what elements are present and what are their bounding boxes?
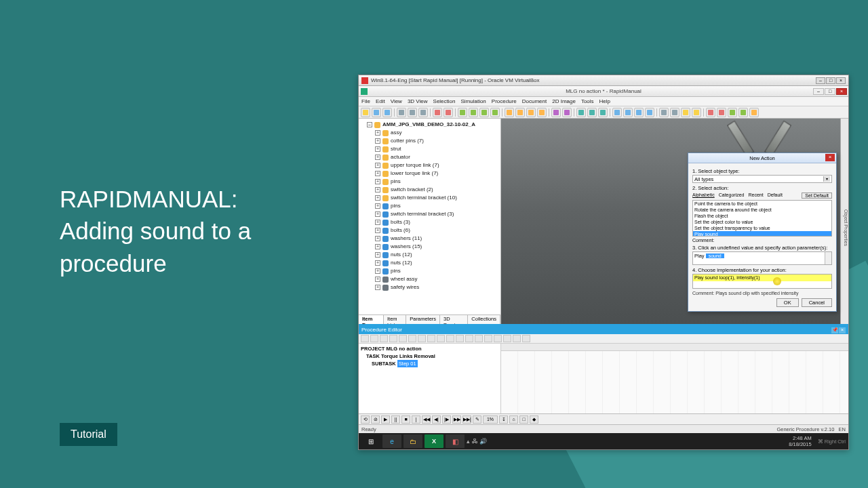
toolbar-record-icon[interactable] — [717, 108, 726, 117]
tree-item[interactable]: +assy — [360, 129, 499, 137]
playback-home-icon[interactable]: ⌂ — [509, 415, 518, 424]
tree-item[interactable]: +cotter pins (7) — [360, 137, 499, 145]
start-button[interactable]: ⊞ — [361, 434, 380, 448]
proc-step-selected[interactable]: Step 01 — [397, 360, 418, 367]
toolbar-view-front-icon[interactable] — [612, 108, 622, 117]
rapidmanual-titlebar[interactable]: MLG no action * - RapidManual – □ × — [359, 86, 848, 97]
vm-minimize-button[interactable]: – — [816, 77, 825, 84]
action-listbox[interactable]: Point the camera to the objectRotate the… — [692, 200, 832, 237]
playback-next-icon[interactable]: |▶ — [442, 415, 451, 424]
proc-tool-icon[interactable] — [370, 335, 378, 342]
toolbar-select-icon[interactable] — [458, 108, 467, 117]
playback-stop-all-icon[interactable]: ⊘ — [371, 415, 380, 424]
tree-item[interactable]: +bolts (6) — [360, 226, 499, 235]
tree-item[interactable]: +switch terminal bracket (3) — [360, 210, 499, 218]
toolbar-save-icon[interactable] — [382, 108, 392, 117]
proc-tool-icon[interactable] — [380, 335, 388, 342]
proc-tool-icon[interactable] — [437, 335, 445, 342]
tab-categorized[interactable]: Categorized — [719, 192, 745, 199]
dialog-titlebar[interactable]: New Action × — [688, 153, 836, 163]
toolbar-new-icon[interactable] — [361, 108, 370, 117]
tree-item[interactable]: +nuts (12) — [360, 251, 499, 259]
menu-view[interactable]: View — [391, 98, 402, 104]
action-option[interactable]: Set the object transparency to value — [693, 225, 831, 231]
tree-item[interactable]: +pins — [360, 202, 499, 210]
status-language[interactable]: EN — [839, 426, 846, 432]
tree-item[interactable]: +wheel assy — [360, 275, 499, 283]
tree-item[interactable]: +upper torque link (7) — [360, 161, 499, 169]
expand-icon[interactable]: + — [375, 155, 380, 160]
playback-window-icon[interactable]: □ — [519, 415, 528, 424]
set-default-button[interactable]: Set Default — [802, 192, 832, 199]
expand-icon[interactable]: + — [375, 146, 380, 152]
proc-tool-icon[interactable] — [427, 335, 435, 342]
tree-item[interactable]: +safety wires — [360, 283, 499, 291]
toolbar-move-icon[interactable] — [469, 108, 478, 117]
proc-tool-icon[interactable] — [522, 335, 530, 342]
taskbar-ie-icon[interactable]: e — [382, 434, 401, 448]
playback-prev-icon[interactable]: ◀| — [432, 415, 441, 424]
toolbar-paste-icon[interactable] — [418, 108, 428, 117]
item-tree[interactable]: –AMM_JPG_VMB_DEMO_32-10-02_A +assy+cotte… — [359, 119, 500, 314]
expand-icon[interactable]: – — [367, 122, 372, 127]
object-type-dropdown[interactable]: All types▾ — [692, 175, 832, 183]
menu-tools[interactable]: Tools — [581, 98, 594, 104]
expand-icon[interactable]: + — [375, 187, 380, 192]
proc-tool-icon[interactable] — [513, 335, 521, 342]
expand-icon[interactable]: + — [375, 171, 380, 176]
rm-maximize-button[interactable]: □ — [825, 88, 835, 95]
playback-edit-icon[interactable]: ✎ — [473, 415, 481, 424]
proc-subtask[interactable]: SUBTASK — [372, 361, 396, 367]
toolbar-measure-icon[interactable] — [576, 108, 586, 117]
rm-close-button[interactable]: × — [836, 88, 847, 95]
action-option[interactable]: Point the camera to the object — [693, 201, 831, 207]
toolbar-undo-icon[interactable] — [433, 108, 442, 117]
proc-project[interactable]: PROJECT MLG no action — [361, 345, 498, 352]
tree-root-label[interactable]: AMM_JPG_VMB_DEMO_32-10-02_A — [382, 121, 475, 129]
tree-item[interactable]: +washers (11) — [360, 235, 499, 243]
toolbar-explode-icon[interactable] — [598, 108, 608, 117]
toolbar-play-icon[interactable] — [706, 108, 715, 117]
playback-forward-icon[interactable]: ▶▶ — [452, 415, 461, 424]
proc-tool-icon[interactable] — [399, 335, 407, 342]
expand-icon[interactable]: + — [375, 130, 380, 136]
menu-file[interactable]: File — [361, 98, 370, 104]
proc-tool-icon[interactable] — [361, 335, 369, 342]
panel-close-icon[interactable]: × — [839, 327, 846, 333]
tree-item[interactable]: +actuator — [360, 153, 499, 161]
toolbar-redo-icon[interactable] — [443, 108, 453, 117]
tree-item[interactable]: +washers (15) — [360, 243, 499, 251]
tab-collections[interactable]: Collections — [468, 315, 500, 324]
vm-close-button[interactable]: × — [836, 77, 846, 84]
parameter-box[interactable]: Play sound — [692, 251, 832, 265]
playback-speed-indicator[interactable]: 1% — [483, 415, 498, 424]
tab-item-tree[interactable]: Item Tree — [359, 315, 384, 324]
toolbar-copy-icon[interactable] — [408, 108, 417, 117]
toolbar-light-icon[interactable] — [551, 108, 561, 117]
proc-tool-icon[interactable] — [475, 335, 483, 342]
toolbar-export-icon[interactable] — [738, 108, 748, 117]
expand-icon[interactable]: + — [375, 244, 380, 249]
tree-item[interactable]: +switch bracket (2) — [360, 186, 499, 194]
expand-icon[interactable]: + — [375, 285, 380, 290]
expand-icon[interactable]: + — [375, 268, 380, 274]
expand-icon[interactable]: + — [375, 236, 380, 241]
expand-icon[interactable]: + — [375, 220, 380, 225]
expand-icon[interactable]: + — [375, 203, 380, 209]
ok-button[interactable]: OK — [776, 298, 799, 307]
procedure-tree[interactable]: PROJECT MLG no action TASK Torque Links … — [359, 344, 501, 413]
tree-item[interactable]: +switch terminal bracket (10) — [360, 194, 499, 202]
playback-pause-icon[interactable]: || — [391, 415, 400, 424]
param-scrollbar[interactable] — [825, 252, 831, 264]
playback-repeat-icon[interactable]: ⟲ — [361, 415, 370, 424]
3d-viewport[interactable]: Object Properties New Action × 1. Select… — [501, 119, 848, 324]
expand-icon[interactable]: + — [375, 211, 380, 217]
toolbar-open-icon[interactable] — [372, 108, 381, 117]
toolbar-section-icon[interactable] — [587, 108, 597, 117]
action-option[interactable]: Rotate the camera around the object — [693, 207, 831, 213]
toolbar-rotate-icon[interactable] — [479, 108, 489, 117]
expand-icon[interactable]: + — [375, 163, 380, 168]
toolbar-axes-icon[interactable] — [670, 108, 679, 117]
toolbar-zoom-icon[interactable] — [515, 108, 525, 117]
param-sound-chip[interactable]: sound — [706, 253, 724, 258]
